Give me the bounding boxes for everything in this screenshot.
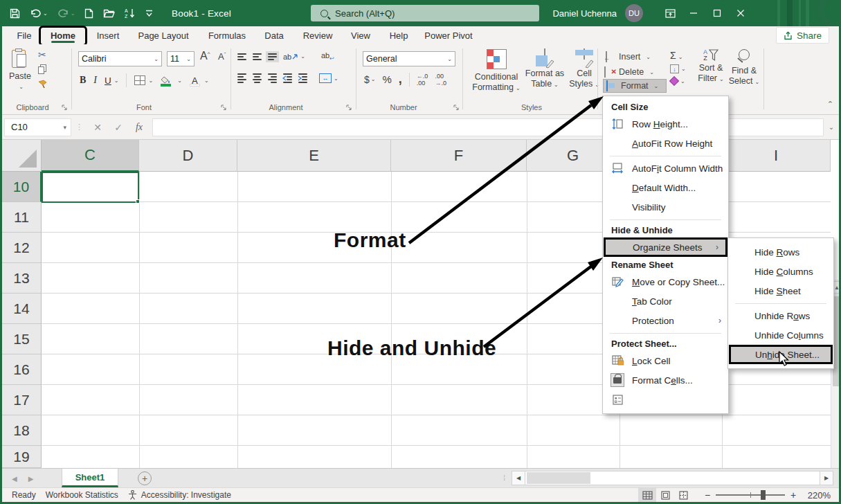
decrease-font-size-icon[interactable]: Aˇ: [218, 51, 226, 62]
tab-split-grip[interactable]: ⁞: [503, 474, 506, 482]
redo-chevron-icon[interactable]: ⌄: [71, 10, 75, 17]
font-size-combobox[interactable]: 11⌄: [167, 51, 195, 66]
fill-color-chevron-icon[interactable]: ⌄: [177, 78, 182, 84]
borders-chevron-icon[interactable]: ⌄: [148, 78, 153, 84]
bottom-align-icon[interactable]: [266, 51, 279, 62]
zoom-out-icon[interactable]: −: [702, 489, 713, 501]
tab-review[interactable]: Review: [298, 26, 337, 44]
zoom-in-icon[interactable]: +: [788, 489, 799, 501]
merge-center-icon[interactable]: ↔: [319, 73, 332, 83]
menu-item-hide-unhide[interactable]: Organize Sheets ›: [604, 237, 727, 257]
scroll-right-icon[interactable]: ▶: [820, 471, 833, 485]
number-format-combobox[interactable]: General⌄: [363, 51, 455, 66]
decrease-decimal-icon[interactable]: .00→.0: [435, 73, 446, 87]
font-color-chevron-icon[interactable]: ⌄: [204, 78, 209, 84]
tab-page-layout[interactable]: Page Layout: [132, 26, 195, 44]
middle-align-icon[interactable]: [253, 53, 262, 60]
horizontal-scrollbar[interactable]: ⁞ ◀ ▶: [503, 471, 833, 485]
alignment-dialog-launcher[interactable]: [346, 105, 353, 111]
select-all-corner[interactable]: [2, 140, 42, 172]
wrap-text-icon[interactable]: ab↩: [321, 51, 334, 62]
open-folder-icon[interactable]: [103, 8, 115, 18]
submenu-item-unhide-rows[interactable]: Unhide Rows: [728, 306, 833, 325]
menu-item-tab-color[interactable]: Protection ›: [603, 311, 728, 330]
submenu-item-unhide-sheet[interactable]: Unhide Sheet...: [729, 345, 833, 364]
tab-formulas[interactable]: Formulas: [203, 26, 251, 44]
clipboard-dialog-launcher[interactable]: [62, 105, 69, 111]
horizontal-scrollbar-track[interactable]: [525, 471, 820, 485]
close-button[interactable]: [729, 0, 752, 26]
new-file-icon[interactable]: [84, 8, 93, 19]
page-break-view-button[interactable]: [674, 488, 692, 502]
increase-indent-icon[interactable]: [298, 73, 307, 83]
tab-home[interactable]: Home: [45, 26, 81, 44]
cut-icon[interactable]: ✂: [38, 50, 48, 60]
minimize-button[interactable]: [682, 0, 705, 26]
redo-icon[interactable]: ⌄: [57, 8, 75, 19]
cell-styles-button[interactable]: Cell Styles⌄: [568, 49, 600, 90]
name-box[interactable]: C10 ▾: [4, 118, 71, 136]
zoom-slider-handle[interactable]: [761, 490, 766, 500]
expand-formula-bar-icon[interactable]: ⌄: [824, 123, 839, 131]
accounting-format-icon[interactable]: $: [364, 74, 370, 85]
tab-insert[interactable]: Insert: [91, 26, 125, 44]
row-header-14[interactable]: 14: [2, 294, 42, 324]
align-center-icon[interactable]: [253, 73, 262, 83]
submenu-item-hide-sheet[interactable]: Hide Sheet: [728, 281, 833, 300]
conditional-formatting-button[interactable]: Conditional Formatting⌄: [471, 49, 521, 93]
copy-icon[interactable]: [38, 64, 47, 74]
formula-bar-grip[interactable]: ⋮: [75, 123, 83, 132]
prev-sheet-icon[interactable]: ◀: [12, 475, 17, 483]
orientation-chevron-icon[interactable]: ⌄: [300, 53, 305, 60]
menu-item-protect-sheet[interactable]: Lock Cell: [603, 351, 728, 370]
row-header-15[interactable]: 15: [2, 324, 42, 354]
find-select-button[interactable]: Find & Select⌄: [727, 49, 761, 87]
row-header-16[interactable]: 16: [2, 354, 42, 385]
next-sheet-icon[interactable]: ▶: [28, 475, 34, 483]
column-header-i[interactable]: I: [722, 140, 831, 172]
fill-color-icon[interactable]: [161, 74, 173, 87]
menu-item-format-cells[interactable]: [603, 390, 728, 409]
sort-filter-button[interactable]: AZ Sort & Filter⌄: [694, 49, 727, 84]
format-cells-button[interactable]: Format⌄: [603, 79, 667, 93]
workbook-statistics-button[interactable]: Workbook Statistics: [46, 490, 118, 500]
menu-item-autofit-column-width[interactable]: Default Width...: [603, 178, 728, 197]
column-header-d[interactable]: D: [139, 140, 237, 172]
sheet-tab-sheet1[interactable]: Sheet1: [62, 469, 118, 487]
page-layout-view-button[interactable]: [656, 488, 674, 502]
maximize-button[interactable]: [705, 0, 729, 26]
format-painter-icon[interactable]: [38, 79, 48, 91]
underline-button[interactable]: U: [105, 75, 111, 86]
percent-style-icon[interactable]: %: [383, 73, 392, 85]
menu-item-rename-sheet[interactable]: Move or Copy Sheet...: [603, 272, 728, 291]
column-header-e[interactable]: E: [237, 140, 391, 172]
number-dialog-launcher[interactable]: [453, 105, 460, 111]
comma-style-icon[interactable]: ,: [399, 72, 402, 87]
search-box[interactable]: Search (Alt+Q): [311, 5, 539, 21]
collapse-ribbon-icon[interactable]: ⌃: [827, 100, 833, 109]
font-color-icon[interactable]: A: [190, 74, 200, 87]
autosum-icon[interactable]: Σ⌄: [670, 50, 686, 61]
row-header-11[interactable]: 11: [2, 202, 42, 233]
cancel-formula-icon[interactable]: ✕: [87, 122, 108, 133]
tab-file[interactable]: File: [9, 26, 39, 44]
new-sheet-button[interactable]: +: [138, 471, 152, 485]
row-header-19[interactable]: 19: [2, 446, 42, 468]
merge-center-chevron-icon[interactable]: ⌄: [334, 75, 338, 82]
top-align-icon[interactable]: [237, 53, 246, 60]
format-as-table-button[interactable]: Format as Table⌄: [523, 49, 567, 90]
avatar[interactable]: DU: [625, 4, 643, 22]
customize-qat-icon[interactable]: [145, 9, 153, 17]
name-box-chevron-icon[interactable]: ▾: [63, 124, 66, 131]
zoom-slider[interactable]: [716, 490, 785, 500]
increase-decimal-icon[interactable]: ←.0.00: [417, 73, 428, 87]
save-icon[interactable]: [10, 8, 20, 19]
row-header-10[interactable]: 10: [2, 172, 42, 202]
row-header-12[interactable]: 12: [2, 233, 42, 263]
menu-item-width[interactable]: AutoFit Column Width: [603, 159, 728, 178]
submenu-item-hide-columns[interactable]: Hide Columns: [728, 262, 833, 281]
column-header-c[interactable]: C: [42, 140, 139, 172]
orientation-icon[interactable]: ab: [283, 53, 298, 61]
decrease-indent-icon[interactable]: [283, 73, 292, 83]
align-right-icon[interactable]: [268, 73, 277, 83]
